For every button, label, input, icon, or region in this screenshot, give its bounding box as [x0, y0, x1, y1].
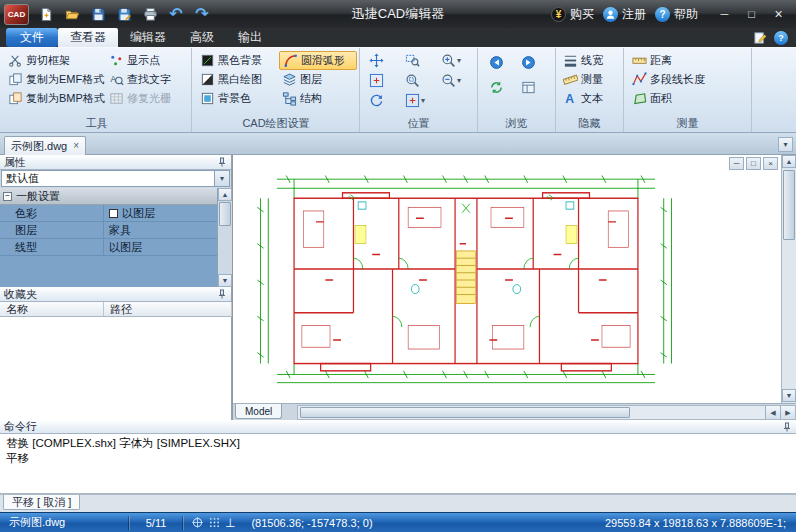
file-menu-button[interactable]: 文件 [6, 28, 58, 47]
save-as-icon [117, 7, 132, 22]
tab-viewer[interactable]: 查看器 [58, 28, 118, 47]
property-grid-scrollbar[interactable]: ▲ ▼ [217, 188, 232, 287]
maximize-button[interactable]: □ [738, 4, 765, 24]
structure-button[interactable]: 结构 [279, 89, 357, 108]
save-as-button[interactable] [112, 3, 136, 25]
hide-text-button[interactable]: A文本 [560, 89, 622, 108]
zoom-previous-button[interactable] [368, 91, 385, 110]
tab-output[interactable]: 输出 [226, 28, 274, 47]
zoom-dynamic-button[interactable] [404, 71, 421, 90]
favorites-col-name[interactable]: 名称 [0, 302, 104, 317]
zoom-in-button[interactable]: ▾ [440, 51, 462, 70]
properties-title: 属性 [4, 155, 26, 170]
active-command-tab[interactable]: 平移 [ 取消 ] [3, 495, 80, 510]
find-text-button[interactable]: A查找文字 [106, 70, 190, 89]
undo-button[interactable]: ↶ [164, 3, 188, 25]
property-row-linetype[interactable]: 线型 以图层 [0, 239, 217, 256]
status-page-indicator[interactable]: 5/11 [130, 517, 182, 529]
property-value-text: 以图层 [109, 240, 142, 255]
minimize-button[interactable]: ─ [711, 4, 738, 24]
scroll-up-button[interactable]: ▲ [218, 188, 232, 201]
vertical-scrollbar[interactable]: ▲ ▼ [781, 155, 796, 403]
mdi-restore-button[interactable]: □ [746, 157, 761, 170]
command-line-output[interactable]: 替换 [COMPLEX.shx] 字体为 [SIMPLEX.SHX] 平移 [0, 434, 796, 494]
mdi-close-button[interactable]: × [763, 157, 778, 170]
buy-button[interactable]: ¥ 购买 [551, 6, 594, 23]
document-tab-label: 示例图.dwg [11, 139, 67, 154]
pan-button[interactable] [368, 51, 385, 70]
register-button[interactable]: 注册 [603, 6, 646, 23]
scrollbar-thumb[interactable] [219, 202, 231, 226]
document-tab[interactable]: 示例图.dwg × [4, 136, 86, 155]
tab-close-icon[interactable]: × [73, 141, 79, 151]
zoom-window-button[interactable] [404, 51, 421, 70]
black-background-button[interactable]: 黑色背景 [197, 51, 275, 70]
tab-list-dropdown-button[interactable]: ▾ [778, 137, 793, 152]
app-logo: CAD [4, 4, 29, 25]
scroll-down-button[interactable]: ▼ [218, 274, 232, 287]
zoom-out-button[interactable]: ▾ [440, 71, 462, 90]
close-button[interactable]: × [765, 4, 792, 24]
pin-icon[interactable] [782, 422, 792, 432]
command-line-1: 替换 [COMPLEX.shx] 字体为 [SIMPLEX.SHX] [6, 436, 790, 451]
copy-bmp-button[interactable]: 复制为BMP格式 [5, 89, 103, 108]
arrow-up-icon: ▲ [786, 158, 793, 165]
distance-button[interactable]: 距离 [629, 51, 749, 70]
hide-measure-button[interactable]: 测量 [560, 70, 622, 89]
layers-button[interactable]: 图层 [279, 70, 357, 89]
previous-view-button[interactable] [488, 53, 505, 72]
scrollbar-thumb[interactable] [300, 407, 630, 418]
scroll-down-button[interactable]: ▼ [782, 389, 796, 402]
scroll-left-button[interactable]: ◀ [765, 406, 780, 419]
open-file-button[interactable] [60, 3, 84, 25]
pin-icon[interactable] [217, 289, 227, 299]
scroll-right-button[interactable]: ▶ [780, 406, 795, 419]
print-button[interactable] [138, 3, 162, 25]
dropdown-arrow-icon: ▾ [421, 97, 425, 105]
grid-toggle-icon[interactable] [208, 516, 221, 529]
layout-view-button[interactable] [520, 78, 537, 97]
tab-editor[interactable]: 编辑器 [118, 28, 178, 47]
help-button[interactable]: ? 帮助 [655, 6, 698, 23]
pin-icon[interactable] [217, 157, 227, 167]
scroll-up-button[interactable]: ▲ [782, 155, 796, 168]
copy-emf-button[interactable]: 复制为EMF格式 [5, 70, 103, 89]
show-points-button[interactable]: 显示点 [106, 51, 190, 70]
model-tab[interactable]: Model [235, 404, 282, 419]
property-grid: − 一般设置 色彩 以图层 图层 家具 线型 以图层 ▲ [0, 188, 232, 287]
property-name: 图层 [0, 222, 104, 238]
scrollbar-thumb[interactable] [783, 170, 795, 240]
next-view-button[interactable] [520, 53, 537, 72]
save-button[interactable] [86, 3, 110, 25]
line-width-button[interactable]: 线宽 [560, 51, 622, 70]
favorites-col-path[interactable]: 路径 [104, 302, 232, 317]
preset-dropdown[interactable]: 默认值 ▾ [1, 170, 230, 187]
new-file-button[interactable] [34, 3, 58, 25]
background-color-button[interactable]: 背景色 [197, 89, 275, 108]
app-window: CAD ↶ ↷ 迅捷CAD编辑器 ¥ 购买 注册 ? 帮助 ─ [0, 0, 796, 532]
main-area: 属性 默认值 ▾ − 一般设置 色彩 以图层 图层 家具 [0, 155, 796, 420]
property-group-row[interactable]: − 一般设置 [0, 188, 217, 205]
horizontal-scrollbar[interactable]: ◀ ▶ [297, 405, 796, 420]
property-row-color[interactable]: 色彩 以图层 [0, 205, 217, 222]
snap-toggle-icon[interactable] [191, 516, 204, 529]
zoom-extents-button[interactable] [368, 71, 385, 90]
area-button[interactable]: 面积 [629, 89, 749, 108]
feedback-icon[interactable] [753, 30, 768, 45]
collapse-icon[interactable]: − [3, 192, 12, 201]
property-row-layer[interactable]: 图层 家具 [0, 222, 217, 239]
property-group-label: 一般设置 [16, 189, 60, 204]
zoom-all-button[interactable]: ▾ [404, 91, 426, 110]
drawing-canvas[interactable]: ─ □ × ▲ ▼ Model ◀ ▶ [233, 155, 796, 420]
redo-button[interactable]: ↷ [190, 3, 214, 25]
smooth-arc-button[interactable]: 圆滑弧形 [279, 51, 357, 70]
tab-advanced[interactable]: 高级 [178, 28, 226, 47]
mdi-minimize-button[interactable]: ─ [729, 157, 744, 170]
refresh-view-button[interactable] [488, 78, 505, 97]
clip-frame-button[interactable]: 剪切框架 [5, 51, 103, 70]
bw-drawing-button[interactable]: 黑白绘图 [197, 70, 275, 89]
ortho-toggle-icon[interactable]: ⊥ [225, 516, 235, 530]
help-small-icon[interactable]: ? [774, 31, 788, 45]
favorites-list[interactable] [0, 317, 231, 420]
polyline-length-button[interactable]: 多段线长度 [629, 70, 749, 89]
